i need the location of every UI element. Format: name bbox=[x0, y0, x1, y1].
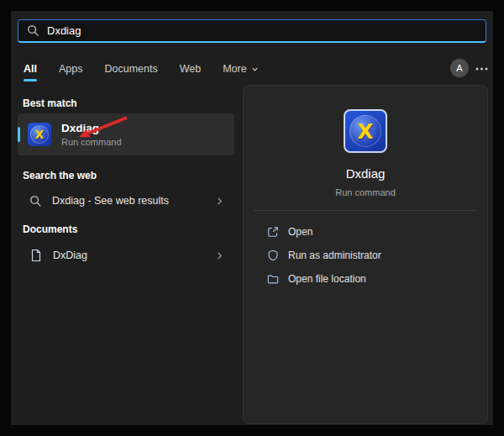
document-icon bbox=[29, 249, 43, 262]
preview-title: Dxdiag bbox=[244, 166, 487, 181]
folder-icon bbox=[267, 273, 279, 285]
tab-all[interactable]: All bbox=[23, 60, 38, 77]
open-action[interactable]: Open bbox=[244, 220, 487, 244]
best-match-header: Best match bbox=[23, 97, 77, 109]
preview-actions: Open Run as administrator Open file loca… bbox=[244, 220, 487, 291]
ellipsis-icon bbox=[475, 67, 488, 71]
best-match-result[interactable]: X Dxdiag Run command bbox=[18, 113, 234, 155]
documents-section-header: Documents bbox=[23, 223, 77, 235]
document-result[interactable]: DxDiag bbox=[18, 240, 234, 271]
open-file-location-action[interactable]: Open file location bbox=[244, 267, 487, 291]
search-icon bbox=[27, 24, 39, 37]
result-subtitle: Run command bbox=[61, 137, 122, 147]
document-result-label: DxDiag bbox=[53, 250, 205, 261]
avatar-letter: A bbox=[456, 63, 462, 73]
tab-apps[interactable]: Apps bbox=[58, 60, 84, 77]
filter-tabs: All Apps Documents Web More bbox=[23, 59, 260, 79]
search-screen: All Apps Documents Web More A Best match bbox=[0, 0, 504, 436]
search-input[interactable] bbox=[47, 24, 477, 37]
web-section-header: Search the web bbox=[23, 170, 97, 181]
shield-icon bbox=[267, 250, 279, 261]
dxdiag-app-icon-large: X bbox=[344, 109, 387, 153]
preview-subtitle: Run command bbox=[244, 187, 487, 197]
preview-panel: X Dxdiag Run command Open bbox=[243, 85, 488, 424]
search-icon bbox=[29, 195, 42, 207]
account-avatar[interactable]: A bbox=[450, 59, 469, 77]
open-icon bbox=[267, 226, 279, 238]
selection-indicator bbox=[18, 127, 20, 142]
web-search-result[interactable]: Dxdiag - See web results bbox=[18, 186, 234, 215]
more-options-button[interactable] bbox=[472, 62, 491, 76]
dxdiag-app-icon: X bbox=[28, 123, 51, 146]
tab-web[interactable]: Web bbox=[179, 60, 202, 77]
tab-more[interactable]: More bbox=[222, 60, 259, 77]
web-result-label: Dxdiag - See web results bbox=[52, 195, 205, 207]
chevron-right-icon bbox=[215, 197, 224, 206]
tab-documents[interactable]: Documents bbox=[103, 60, 158, 77]
chevron-right-icon bbox=[215, 251, 224, 260]
chevron-down-icon bbox=[251, 66, 259, 73]
search-box[interactable] bbox=[18, 19, 486, 43]
start-search-window: All Apps Documents Web More A Best match bbox=[11, 11, 493, 425]
run-as-administrator-action[interactable]: Run as administrator bbox=[244, 244, 487, 267]
divider bbox=[254, 210, 477, 211]
result-title: Dxdiag bbox=[61, 122, 122, 134]
